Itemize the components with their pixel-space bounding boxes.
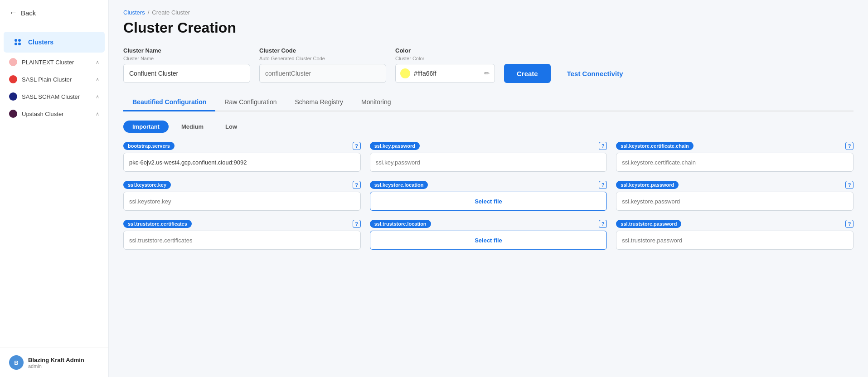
pill-bar: Important Medium Low bbox=[123, 121, 853, 133]
chevron-sasl-plain-icon: ∧ bbox=[96, 77, 99, 82]
input-ssl-key-password[interactable] bbox=[370, 153, 607, 172]
field-header-ssl-truststore-certs: ssl.truststore.certificates ? bbox=[123, 220, 361, 228]
color-swatch bbox=[400, 68, 410, 78]
help-ssl-truststore-location[interactable]: ? bbox=[599, 220, 607, 228]
input-ssl-keystore-location[interactable]: Select file bbox=[370, 192, 607, 211]
cluster-item-sasl-scram[interactable]: SASL SCRAM Cluster ∧ bbox=[0, 88, 108, 105]
chevron-sasl-scram-icon: ∧ bbox=[96, 94, 99, 100]
field-bootstrap-servers: bootstrap.servers ? bbox=[123, 142, 361, 172]
tag-ssl-keystore-cert-chain: ssl.keystore.certificate.chain bbox=[616, 142, 693, 150]
tab-schema[interactable]: Schema Registry bbox=[286, 94, 353, 111]
sidebar: ← Back Clusters PLAINTEXT Cluster ∧ bbox=[0, 0, 109, 377]
main-content: Clusters / Create Cluster Cluster Creati… bbox=[109, 0, 868, 377]
tag-ssl-truststore-location: ssl.truststore.location bbox=[370, 220, 431, 228]
config-row-1: bootstrap.servers ? ssl.key.password ? s… bbox=[123, 142, 853, 172]
back-label: Back bbox=[21, 9, 36, 17]
test-connectivity-button[interactable]: Test Connectivity bbox=[560, 64, 630, 83]
color-label: Color bbox=[395, 47, 495, 54]
field-ssl-key-password: ssl.key.password ? bbox=[370, 142, 607, 172]
color-input-row[interactable]: #fffa66ff ✏ bbox=[395, 64, 495, 83]
select-file-label-truststore: Select file bbox=[475, 237, 502, 244]
cluster-name-group: Cluster Name Cluster Name bbox=[123, 47, 250, 83]
tab-beautified[interactable]: Beautified Configuration bbox=[123, 94, 215, 111]
cluster-item-sasl-plain[interactable]: SASL Plain Cluster ∧ bbox=[0, 71, 108, 88]
input-bootstrap-servers[interactable] bbox=[123, 153, 361, 172]
clusters-icon bbox=[13, 37, 23, 47]
page-title: Cluster Creation bbox=[123, 19, 853, 36]
help-ssl-truststore-certs[interactable]: ? bbox=[353, 220, 361, 228]
cluster-name-sasl-scram: SASL SCRAM Cluster bbox=[22, 93, 80, 100]
back-button[interactable]: ← Back bbox=[0, 0, 108, 26]
tag-bootstrap-servers: bootstrap.servers bbox=[123, 142, 175, 150]
input-ssl-keystore-cert-chain[interactable] bbox=[616, 153, 853, 172]
help-ssl-keystore-key[interactable]: ? bbox=[353, 181, 361, 189]
cluster-dot-sasl-plain bbox=[9, 75, 17, 83]
field-header-ssl-truststore-location: ssl.truststore.location ? bbox=[370, 220, 607, 228]
cluster-code-label: Cluster Code bbox=[259, 47, 386, 54]
cluster-list: PLAINTEXT Cluster ∧ SASL Plain Cluster ∧… bbox=[0, 53, 108, 122]
pill-low[interactable]: Low bbox=[216, 121, 246, 133]
input-ssl-keystore-key[interactable] bbox=[123, 192, 361, 211]
sidebar-clusters-label: Clusters bbox=[28, 39, 53, 46]
svg-point-1 bbox=[18, 39, 21, 42]
help-ssl-key-password[interactable]: ? bbox=[599, 142, 607, 150]
color-edit-icon[interactable]: ✏ bbox=[484, 69, 490, 77]
pill-medium[interactable]: Medium bbox=[172, 121, 213, 133]
chevron-plaintext-icon: ∧ bbox=[96, 59, 99, 65]
field-ssl-keystore-location: ssl.keystore.location ? Select file bbox=[370, 181, 607, 211]
svg-point-2 bbox=[15, 43, 17, 45]
field-header-ssl-key-password: ssl.key.password ? bbox=[370, 142, 607, 150]
tag-ssl-truststore-password: ssl.truststore.password bbox=[616, 220, 681, 228]
field-header-ssl-keystore-location: ssl.keystore.location ? bbox=[370, 181, 607, 189]
tag-ssl-keystore-password: ssl.keystore.password bbox=[616, 181, 679, 189]
cluster-item-upstash[interactable]: Upstash Cluster ∧ bbox=[0, 105, 108, 122]
color-group: Color Cluster Color #fffa66ff ✏ bbox=[395, 47, 495, 83]
sidebar-nav: Clusters PLAINTEXT Cluster ∧ SASL Plain … bbox=[0, 26, 108, 348]
input-ssl-truststore-location[interactable]: Select file bbox=[370, 231, 607, 250]
cluster-dot-upstash bbox=[9, 110, 17, 118]
breadcrumb-parent[interactable]: Clusters bbox=[123, 9, 145, 16]
svg-point-0 bbox=[15, 39, 17, 42]
avatar: B bbox=[9, 355, 24, 370]
svg-point-3 bbox=[18, 43, 21, 45]
input-ssl-keystore-password[interactable] bbox=[616, 192, 853, 211]
help-ssl-keystore-password[interactable]: ? bbox=[845, 181, 853, 189]
chevron-upstash-icon: ∧ bbox=[96, 111, 99, 117]
help-ssl-truststore-password[interactable]: ? bbox=[845, 220, 853, 228]
tab-raw[interactable]: Raw Configuration bbox=[215, 94, 286, 111]
config-row-2: ssl.keystore.key ? ssl.keystore.location… bbox=[123, 181, 853, 211]
field-ssl-keystore-password: ssl.keystore.password ? bbox=[616, 181, 853, 211]
sidebar-footer: B Blazing Kraft Admin admin bbox=[0, 348, 108, 377]
cluster-item-plaintext[interactable]: PLAINTEXT Cluster ∧ bbox=[0, 53, 108, 71]
input-ssl-truststore-password[interactable] bbox=[616, 231, 853, 250]
footer-name: Blazing Kraft Admin bbox=[28, 357, 84, 363]
cluster-name-sublabel: Cluster Name bbox=[123, 56, 250, 61]
help-ssl-keystore-cert-chain[interactable]: ? bbox=[845, 142, 853, 150]
cluster-code-group: Cluster Code Auto Generated Cluster Code bbox=[259, 47, 386, 83]
cluster-code-input[interactable] bbox=[259, 64, 386, 83]
sidebar-item-clusters[interactable]: Clusters bbox=[4, 32, 105, 53]
breadcrumb-separator: / bbox=[148, 9, 150, 16]
input-ssl-truststore-certs[interactable] bbox=[123, 231, 361, 250]
cluster-name-upstash: Upstash Cluster bbox=[22, 111, 63, 117]
field-ssl-keystore-key: ssl.keystore.key ? bbox=[123, 181, 361, 211]
tag-ssl-truststore-certs: ssl.truststore.certificates bbox=[123, 220, 192, 228]
field-header-ssl-keystore-key: ssl.keystore.key ? bbox=[123, 181, 361, 189]
field-header-ssl-keystore-password: ssl.keystore.password ? bbox=[616, 181, 853, 189]
cluster-name-sasl-plain: SASL Plain Cluster bbox=[22, 76, 72, 83]
tab-monitoring[interactable]: Monitoring bbox=[352, 94, 400, 111]
breadcrumb: Clusters / Create Cluster bbox=[123, 9, 853, 16]
cluster-name-plaintext: PLAINTEXT Cluster bbox=[22, 59, 74, 66]
cluster-name-input[interactable] bbox=[123, 64, 250, 83]
breadcrumb-current: Create Cluster bbox=[152, 9, 190, 16]
cluster-dot-plaintext bbox=[9, 58, 17, 66]
field-ssl-truststore-certs: ssl.truststore.certificates ? bbox=[123, 220, 361, 250]
cluster-code-sublabel: Auto Generated Cluster Code bbox=[259, 56, 386, 61]
form-row: Cluster Name Cluster Name Cluster Code A… bbox=[123, 47, 853, 83]
help-bootstrap-servers[interactable]: ? bbox=[353, 142, 361, 150]
pill-important[interactable]: Important bbox=[123, 121, 169, 133]
tab-bar: Beautified Configuration Raw Configurati… bbox=[123, 94, 853, 111]
create-button[interactable]: Create bbox=[504, 64, 551, 83]
help-ssl-keystore-location[interactable]: ? bbox=[599, 181, 607, 189]
tag-ssl-keystore-key: ssl.keystore.key bbox=[123, 181, 171, 189]
